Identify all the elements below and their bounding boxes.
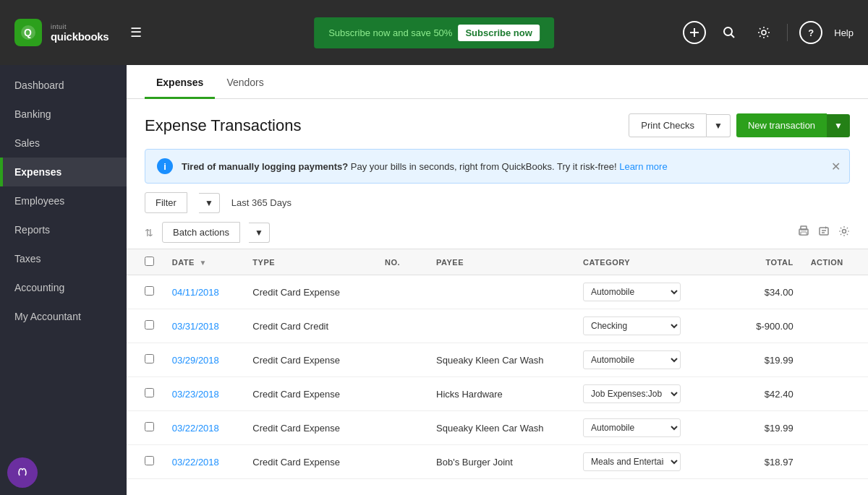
table-row: 03/22/2018 Credit Card Expense Bob's Bur… [127,445,868,479]
row-category-select-1[interactable]: Checking [583,317,681,335]
sidebar-label-sales: Sales [14,137,40,149]
tab-expenses-label: Expenses [156,77,203,88]
filter-dropdown-button[interactable]: ▼ [199,193,220,213]
batch-actions-dropdown-button[interactable]: ▼ [249,223,270,243]
payee-header: PAYEE [427,249,574,275]
row-category-0: Automobile [574,275,721,309]
row-date-link-2[interactable]: 03/29/2018 [172,355,219,366]
info-banner-text: Tired of manually logging payments? Pay … [182,161,668,172]
sidebar-label-banking: Banking [14,108,51,120]
svg-point-4 [724,27,732,35]
row-checkbox-2[interactable] [145,354,154,363]
filter-button[interactable]: Filter [145,192,187,213]
row-no-3 [376,377,427,411]
row-checkbox-cell [127,343,163,377]
new-transaction-dropdown-button[interactable]: ▼ [827,114,850,137]
sidebar-label-my-accountant: My Accountant [14,311,81,322]
sidebar-item-expenses[interactable]: Expenses [0,158,127,186]
row-checkbox-cell [127,309,163,343]
sidebar-item-dashboard[interactable]: Dashboard [0,71,127,100]
row-total-5: $18.97 [721,445,802,479]
add-icon[interactable] [683,21,706,44]
active-indicator [0,158,3,186]
sort-icon[interactable]: ⇅ [145,227,153,238]
filter-period: Last 365 Days [231,197,292,208]
intuit-bottom-logo [7,457,38,488]
page-title: Expense Transactions [145,116,301,135]
row-total-0: $34.00 [721,275,802,309]
sidebar-label-dashboard: Dashboard [14,79,64,91]
date-header[interactable]: DATE ▼ [163,249,244,275]
subscribe-now-button[interactable]: Subscribe now [458,25,539,41]
action-header: ACTION [802,249,868,275]
header-actions: Print Checks ▼ New transaction ▼ [629,113,850,137]
row-date-2: 03/29/2018 [163,343,244,377]
row-date-link-3[interactable]: 03/23/2018 [172,389,219,400]
row-type-3: Credit Card Expense [244,377,376,411]
sidebar-item-my-accountant[interactable]: My Accountant [0,302,127,331]
row-no-0 [376,275,427,309]
logo-area: Q intuit quickbooks ☰ [14,19,142,46]
table-row: 04/11/2018 Credit Card Expense Automobil… [127,275,868,309]
sidebar-label-expenses: Expenses [14,166,61,178]
table-controls: ⇅ Batch actions ▼ [127,222,868,249]
row-action-0 [802,275,868,309]
info-close-button[interactable]: ✕ [831,160,841,173]
row-total-4: $19.99 [721,411,802,445]
svg-point-14 [15,465,30,480]
sidebar-item-reports[interactable]: Reports [0,215,127,244]
settings-table-icon[interactable] [838,225,850,239]
sidebar-item-sales[interactable]: Sales [0,129,127,158]
subscribe-text: Subscribe now and save 50% [328,27,452,38]
intuit-text: intuit [51,23,67,30]
help-icon[interactable]: ? [799,21,822,44]
sidebar-item-banking[interactable]: Banking [0,100,127,129]
tab-expenses[interactable]: Expenses [145,65,215,99]
row-total-2: $19.99 [721,343,802,377]
main-layout: Dashboard Banking Sales Expenses Employe… [0,65,868,495]
tab-vendors[interactable]: Vendors [215,65,275,99]
row-category-select-4[interactable]: Automobile [583,418,681,437]
hamburger-menu-icon[interactable]: ☰ [130,25,142,40]
sidebar-label-accounting: Accounting [14,282,64,293]
row-no-2 [376,343,427,377]
row-category-select-2[interactable]: Automobile [583,350,681,369]
row-payee-4: Squeaky Kleen Car Wash [427,411,574,445]
print-icon[interactable] [798,225,809,239]
print-checks-dropdown-button[interactable]: ▼ [707,114,731,137]
row-checkbox-0[interactable] [145,286,154,296]
sidebar-item-taxes[interactable]: Taxes [0,244,127,273]
info-banner-bold: Tired of manually logging payments? [182,161,348,172]
new-transaction-button[interactable]: New transaction [736,113,827,137]
table-row: 03/23/2018 Credit Card Expense Hicks Har… [127,377,868,411]
export-icon[interactable] [818,225,830,239]
row-date-link-4[interactable]: 03/22/2018 [172,423,219,434]
settings-icon[interactable] [752,21,775,44]
row-payee-5: Bob's Burger Joint [427,445,574,479]
row-category-2: Automobile [574,343,721,377]
row-checkbox-4[interactable] [145,422,154,431]
sidebar-item-employees[interactable]: Employees [0,186,127,215]
tabs-bar: Expenses Vendors [127,65,868,99]
row-category-select-3[interactable]: Job Expenses:Job M [583,384,681,403]
row-checkbox-5[interactable] [145,456,154,465]
row-date-link-5[interactable]: 03/22/2018 [172,457,219,468]
batch-actions-button[interactable]: Batch actions [162,222,240,243]
info-learn-more-link[interactable]: Learn more [619,161,667,172]
row-checkbox-1[interactable] [145,320,154,330]
top-right-icons: ? Help [683,21,854,44]
search-icon[interactable] [718,21,741,44]
total-header: TOTAL [721,249,802,275]
sidebar-item-accounting[interactable]: Accounting [0,273,127,302]
row-date-link-1[interactable]: 03/31/2018 [172,321,219,332]
row-checkbox-cell [127,445,163,479]
row-checkbox-3[interactable] [145,388,154,397]
row-category-select-0[interactable]: Automobile [583,283,681,301]
row-category-select-5[interactable]: Meals and Entertainn [583,452,681,471]
tab-vendors-label: Vendors [226,77,263,88]
select-all-checkbox[interactable] [145,257,154,266]
sidebar-label-taxes: Taxes [14,253,41,264]
print-checks-button[interactable]: Print Checks [629,113,707,137]
row-date-link-0[interactable]: 04/11/2018 [172,287,219,298]
row-payee-0 [427,275,574,309]
